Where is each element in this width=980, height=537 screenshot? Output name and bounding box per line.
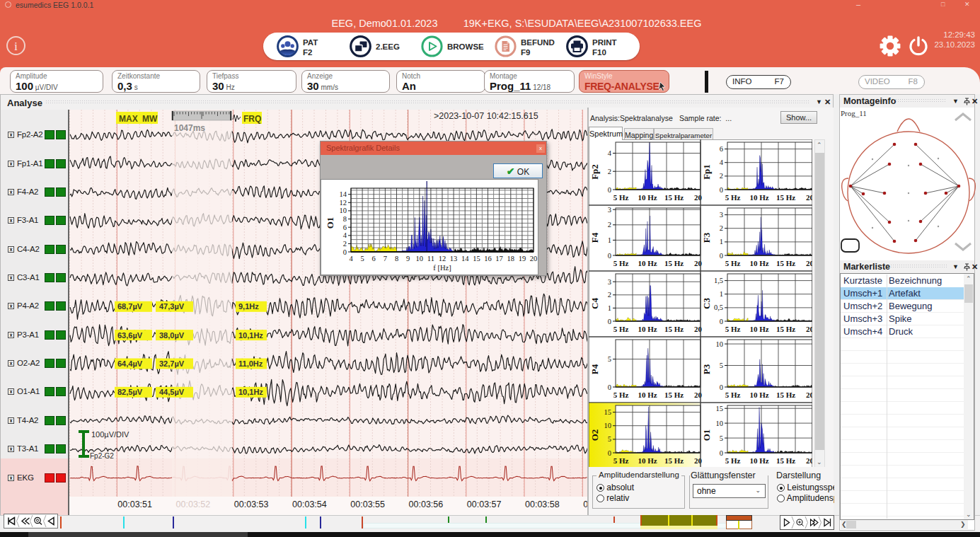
svg-text:0: 0 [720,252,723,260]
svg-text:P3: P3 [701,364,712,374]
svg-text:15 Hz: 15 Hz [776,325,795,333]
svg-text:10: 10 [716,420,724,427]
svg-text:10,1Hz: 10,1Hz [238,331,263,340]
svg-text:4: 4 [720,158,724,166]
svg-text:5 Hz: 5 Hz [613,391,629,399]
svg-text:11: 11 [427,255,434,262]
svg-text:00:03:56: 00:03:56 [409,500,444,509]
svg-text:6: 6 [343,224,347,231]
svg-text:15 Hz: 15 Hz [776,391,795,399]
svg-text:2: 2 [608,168,611,175]
svg-text:12: 12 [340,199,347,207]
svg-text:3: 3 [720,211,723,219]
svg-text:15 Hz: 15 Hz [664,325,684,333]
svg-text:11,0Hz: 11,0Hz [238,359,263,368]
svg-text:1: 1 [608,236,611,244]
svg-text:5: 5 [608,435,611,443]
svg-text:2: 2 [720,224,723,232]
svg-text:15: 15 [604,408,612,416]
svg-text:20: 20 [806,456,812,465]
svg-text:10: 10 [716,340,724,348]
svg-text:5 Hz: 5 Hz [613,193,629,202]
svg-text:MAX: MAX [119,114,138,124]
svg-text:19: 19 [519,255,526,262]
svg-text:68,7µV: 68,7µV [117,302,143,311]
svg-text:6: 6 [372,255,376,262]
svg-text:8: 8 [395,255,398,262]
svg-text:64,4µV: 64,4µV [117,359,143,368]
svg-text:15 Hz: 15 Hz [664,456,684,465]
svg-text:00:03:55: 00:03:55 [350,500,385,509]
svg-text:100µV/DIV: 100µV/DIV [91,430,129,439]
svg-text:MW: MW [142,114,158,124]
svg-text:2: 2 [608,221,611,229]
svg-text:10 Hz: 10 Hz [638,193,657,202]
svg-text:0: 0 [608,318,611,325]
svg-text:6: 6 [720,145,723,153]
svg-text:5 Hz: 5 Hz [725,193,741,202]
svg-text:13: 13 [450,255,458,262]
svg-text:47,3µV: 47,3µV [159,302,185,311]
svg-text:15 Hz: 15 Hz [776,456,795,465]
svg-text:15 Hz: 15 Hz [664,193,684,202]
svg-text:F4: F4 [589,232,600,243]
svg-text:1: 1 [720,238,723,246]
svg-text:O1: O1 [701,429,712,441]
svg-text:0: 0 [608,186,611,194]
svg-text:5 Hz: 5 Hz [725,325,741,333]
svg-text:9: 9 [406,255,410,262]
svg-text:5: 5 [360,255,364,262]
svg-text:1047ms: 1047ms [174,123,205,133]
svg-text:10 Hz: 10 Hz [638,259,657,267]
svg-text:20: 20 [806,325,812,333]
svg-text:20: 20 [694,391,703,399]
svg-text:1,5: 1,5 [714,277,723,284]
svg-text:20: 20 [530,255,538,262]
svg-text:16: 16 [484,255,492,262]
svg-text:0: 0 [720,449,723,457]
svg-text:00:03:57: 00:03:57 [467,500,502,509]
svg-text:10,1Hz: 10,1Hz [238,388,263,396]
svg-text:10: 10 [604,422,612,429]
svg-text:14: 14 [461,255,469,262]
svg-text:15 Hz: 15 Hz [664,391,684,399]
svg-text:10 Hz: 10 Hz [749,193,768,202]
svg-text:10 Hz: 10 Hz [749,259,768,267]
svg-text:3: 3 [608,206,611,214]
svg-text:P4: P4 [589,364,600,374]
svg-text:5 Hz: 5 Hz [613,456,629,465]
svg-text:0: 0 [608,383,611,391]
svg-text:10 Hz: 10 Hz [749,456,768,465]
svg-text:0: 0 [608,449,611,457]
svg-text:0: 0 [608,252,611,260]
svg-text:32,7µV: 32,7µV [159,359,185,368]
svg-text:0,5: 0,5 [714,304,723,311]
svg-text:14: 14 [340,190,347,198]
svg-text:10: 10 [416,255,424,262]
svg-text:FRQ: FRQ [243,114,261,124]
svg-text:5: 5 [608,355,611,363]
svg-text:15: 15 [473,255,480,262]
svg-text:C4: C4 [589,298,600,309]
svg-text:2: 2 [343,240,347,248]
svg-text:20: 20 [694,259,703,267]
svg-text:7: 7 [384,255,387,262]
svg-text:10 Hz: 10 Hz [638,325,657,333]
svg-text:2: 2 [720,172,723,180]
svg-text:20: 20 [806,193,812,202]
svg-text:Fp1: Fp1 [701,164,712,180]
svg-text:5 Hz: 5 Hz [613,325,629,333]
svg-text:82,5µV: 82,5µV [117,388,143,396]
svg-text:8: 8 [343,215,347,223]
svg-text:10 Hz: 10 Hz [638,391,657,399]
svg-text:63,6µV: 63,6µV [117,331,143,340]
svg-text:20: 20 [694,325,703,333]
svg-text:5 Hz: 5 Hz [725,456,741,465]
svg-text:5 Hz: 5 Hz [613,259,629,267]
svg-text:10 Hz: 10 Hz [638,456,657,465]
svg-text:5 Hz: 5 Hz [725,259,741,267]
svg-text:4: 4 [343,231,347,239]
svg-text:0: 0 [343,248,347,256]
svg-text:2: 2 [608,291,611,299]
svg-text:Fp2-G2: Fp2-G2 [90,452,114,460]
